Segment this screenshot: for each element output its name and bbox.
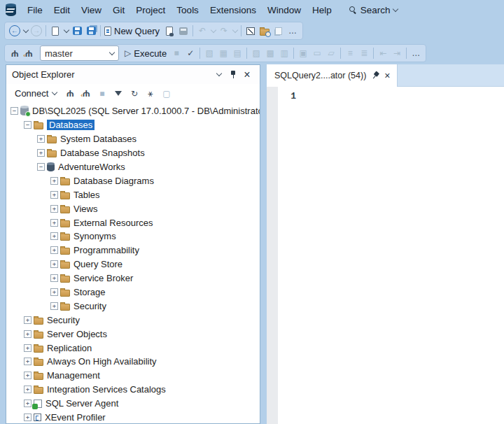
tree-item-adventureworks[interactable]: −AdventureWorks — [6, 160, 260, 174]
expand-icon[interactable]: + — [50, 205, 58, 213]
expand-icon[interactable]: + — [24, 372, 31, 379]
save-button[interactable] — [70, 23, 84, 38]
expand-icon[interactable]: + — [24, 330, 31, 338]
menu-item-file[interactable]: File — [22, 3, 48, 17]
change-connection-button[interactable]: Ψ — [22, 45, 36, 61]
sqlcmd-mode-button: ▱ — [324, 45, 338, 61]
pin-panel-button[interactable] — [226, 68, 240, 82]
toolbar-separator — [340, 48, 341, 59]
expand-icon[interactable]: + — [24, 400, 31, 407]
expand-icon[interactable]: + — [50, 219, 58, 227]
database-engine-query-button[interactable] — [162, 23, 176, 38]
execute-button[interactable]: ▷Execute — [123, 45, 169, 61]
query-tab[interactable]: SQLQuery2....ator (54)) × — [267, 64, 398, 87]
tree-item-management[interactable]: +Management — [6, 369, 260, 383]
menu-item-view[interactable]: View — [76, 3, 107, 17]
script-options-button[interactable]: ⚹ — [143, 86, 158, 101]
tree-item-storage[interactable]: +Storage — [6, 285, 260, 299]
code-editor-surface[interactable] — [300, 87, 504, 424]
editor-tab-strip: SQLQuery2....ator (54)) × — [267, 64, 504, 87]
connect-object-button[interactable]: Ψ — [62, 86, 77, 101]
expand-icon[interactable]: + — [24, 414, 31, 421]
connect-button[interactable]: Connect — [10, 87, 61, 100]
tree-item-label: Server Objects — [47, 329, 107, 339]
uncomment-icon: ≣ — [360, 49, 368, 57]
live-stats-icon: ▩ — [267, 49, 274, 57]
expand-icon[interactable]: + — [50, 177, 58, 185]
tree-item-database-diagrams[interactable]: +Database Diagrams — [6, 174, 260, 188]
refresh-button[interactable]: ↻ — [127, 86, 141, 101]
toolbar-overflow-button[interactable]: … — [286, 23, 300, 38]
panel-splitter[interactable] — [260, 64, 267, 424]
search-control[interactable]: Search — [344, 3, 402, 17]
close-icon[interactable]: × — [384, 71, 390, 80]
activity-monitor-button[interactable] — [176, 23, 190, 38]
tree-item-always-on-high-availability[interactable]: +Always On High Availability — [6, 355, 260, 369]
tree-item-system-databases[interactable]: +System Databases — [6, 132, 260, 146]
tree-item-database-snapshots[interactable]: +Database Snapshots — [6, 146, 260, 160]
expand-icon[interactable]: + — [37, 135, 45, 143]
back-history-dropdown[interactable] — [22, 23, 29, 38]
new-file-button[interactable] — [48, 23, 62, 38]
tree-item-security[interactable]: +Security — [6, 313, 260, 327]
expand-icon[interactable]: + — [50, 260, 58, 268]
menu-item-project[interactable]: Project — [130, 3, 171, 17]
undo-icon: ↶ — [199, 27, 206, 35]
tree-item-tables[interactable]: +Tables — [6, 188, 260, 202]
expand-icon[interactable]: + — [50, 302, 58, 310]
expand-icon[interactable]: + — [50, 246, 58, 254]
folder-icon — [60, 248, 70, 255]
expand-icon[interactable]: + — [50, 232, 58, 240]
collapse-icon[interactable]: − — [10, 107, 18, 115]
tree-item-databases[interactable]: −Databases — [6, 118, 260, 132]
folder-icon — [60, 276, 70, 283]
new-query-button[interactable]: New Query — [103, 23, 162, 38]
tree-item-security[interactable]: +Security — [6, 299, 260, 313]
expand-icon[interactable]: + — [24, 316, 31, 324]
tree-item-query-store[interactable]: +Query Store — [6, 257, 260, 271]
filter-icon — [115, 91, 122, 96]
menu-item-extensions[interactable]: Extensions — [204, 3, 262, 17]
tree-item-sql-server-agent[interactable]: +SQL Server Agent — [6, 397, 260, 411]
save-all-button[interactable] — [84, 23, 98, 38]
find-in-files-button[interactable] — [258, 23, 272, 38]
window-position-dropdown[interactable] — [212, 68, 226, 82]
overflow-dots-icon: … — [412, 49, 420, 57]
tree-item-server-objects[interactable]: +Server Objects — [6, 327, 260, 341]
tree-item-db-sql2025-sql-server-17-0-1000-7-db-administrato[interactable]: −DB\SQL2025 (SQL Server 17.0.1000.7 - DB… — [6, 104, 260, 118]
overflow-dots-icon: … — [288, 27, 297, 35]
menu-item-window[interactable]: Window — [262, 3, 307, 17]
tree-item-xevent-profiler[interactable]: +XEvent Profiler — [6, 411, 260, 423]
expand-icon[interactable]: + — [24, 386, 31, 393]
parse-button[interactable]: ✓ — [183, 45, 197, 61]
back-button[interactable]: ← — [8, 23, 22, 38]
pin-icon[interactable] — [369, 69, 382, 82]
tree-item-integration-services-catalogs[interactable]: +Integration Services Catalogs — [6, 383, 260, 397]
menu-item-git[interactable]: Git — [107, 3, 130, 17]
disconnect-button[interactable]: Ψ — [78, 86, 93, 101]
expand-icon[interactable]: + — [50, 191, 58, 199]
filter-button[interactable] — [111, 86, 125, 101]
expand-icon[interactable]: + — [50, 288, 58, 296]
connect-query-button[interactable]: Ψ — [8, 45, 22, 61]
collapse-icon[interactable]: − — [37, 163, 45, 171]
menu-item-tools[interactable]: Tools — [171, 3, 204, 17]
tree-item-service-broker[interactable]: +Service Broker — [6, 271, 260, 285]
new-file-dropdown[interactable] — [62, 23, 70, 38]
expand-icon[interactable]: + — [37, 149, 45, 157]
expand-icon[interactable]: + — [24, 344, 31, 352]
tree-item-synonyms[interactable]: +Synonyms — [6, 229, 260, 243]
template-parameters-button[interactable] — [244, 23, 258, 38]
menu-item-help[interactable]: Help — [307, 3, 337, 17]
tree-item-views[interactable]: +Views — [6, 202, 260, 215]
menu-item-edit[interactable]: Edit — [48, 3, 76, 17]
expand-icon[interactable]: + — [24, 358, 31, 365]
query-overflow-button[interactable]: … — [409, 45, 423, 61]
collapse-icon[interactable]: − — [24, 121, 31, 129]
tree-item-external-resources[interactable]: +External Resources — [6, 215, 260, 229]
close-panel-button[interactable]: × — [240, 68, 254, 82]
tree-item-replication[interactable]: +Replication — [6, 341, 260, 355]
expand-icon[interactable]: + — [50, 274, 58, 282]
available-databases-combo[interactable]: master — [40, 45, 119, 61]
tree-item-programmability[interactable]: +Programmability — [6, 243, 260, 257]
